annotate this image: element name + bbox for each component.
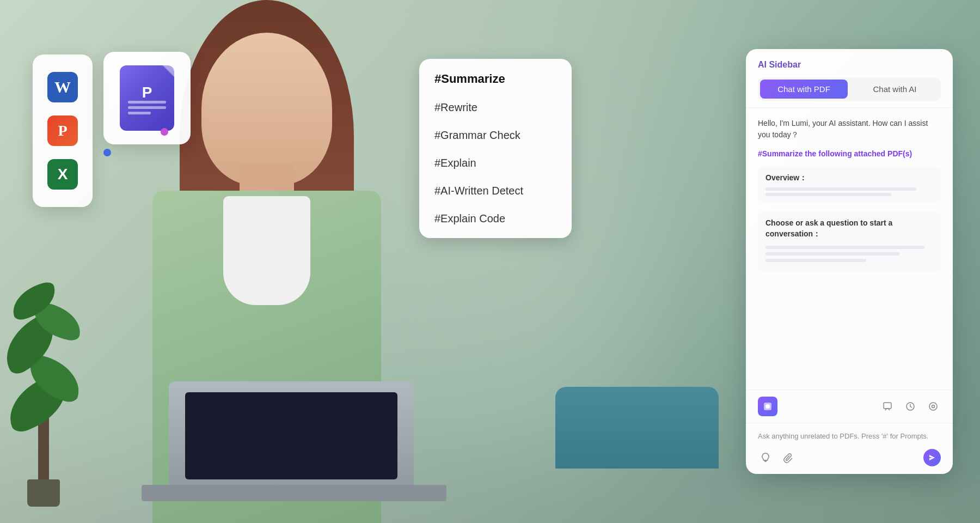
word-icon[interactable]: W	[47, 72, 78, 102]
sidebar-content: Hello, I'm Lumi, your AI assistant. How …	[746, 108, 953, 390]
svg-point-4	[929, 403, 937, 410]
greeting-message: Hello, I'm Lumi, your AI assistant. How …	[758, 118, 941, 141]
svg-point-5	[932, 405, 935, 408]
lightbulb-icon[interactable]	[758, 450, 773, 465]
choose-section: Choose or ask a question to start a conv…	[758, 211, 941, 272]
powerpoint-icon[interactable]: P	[47, 115, 78, 146]
command-explain-code[interactable]: #Explain Code	[419, 205, 572, 233]
tab-chat-pdf[interactable]: Chat with PDF	[760, 80, 848, 99]
choose-bar-2	[765, 252, 899, 256]
overview-bar-1	[765, 187, 916, 191]
connection-dot-purple	[161, 128, 168, 136]
chat-history-icon[interactable]	[880, 399, 895, 414]
command-summarize[interactable]: #Summarize	[419, 64, 572, 94]
excel-icon[interactable]: X	[47, 159, 78, 190]
overview-section: Overview：	[758, 167, 941, 203]
send-button[interactable]	[923, 449, 941, 466]
pdf-large-icon: P	[120, 65, 174, 131]
lumi-icon	[758, 397, 777, 416]
overview-bar-2	[765, 193, 891, 196]
tab-chat-ai[interactable]: Chat with AI	[851, 80, 939, 99]
choose-bar-3	[765, 259, 866, 262]
svg-rect-2	[884, 403, 891, 409]
commands-card: #Summarize #Rewrite #Grammar Check #Expl…	[419, 59, 572, 238]
input-placeholder-text: Ask anything unrelated to PDFs. Press '#…	[758, 431, 941, 442]
choose-bar-1	[765, 246, 925, 249]
ai-sidebar: AI Sidebar Chat with PDF Chat with AI He…	[746, 49, 953, 474]
choose-label: Choose or ask a question to start a conv…	[765, 218, 933, 239]
sidebar-header: AI Sidebar Chat with PDF Chat with AI	[746, 49, 953, 108]
pdfelement-card: P	[103, 52, 191, 144]
input-row	[758, 449, 941, 466]
command-explain[interactable]: #Explain	[419, 149, 572, 177]
toolbar-icons-right	[880, 399, 941, 414]
input-left-icons	[758, 450, 796, 465]
couch	[555, 387, 719, 469]
clock-icon[interactable]	[903, 399, 918, 414]
sidebar-toolbar	[746, 390, 953, 423]
input-area: Ask anything unrelated to PDFs. Press '#…	[746, 423, 953, 475]
sidebar-title: AI Sidebar	[758, 60, 941, 70]
app-icons-card: W P X	[33, 54, 93, 207]
tab-bar: Chat with PDF Chat with AI	[758, 77, 941, 101]
command-grammar-check[interactable]: #Grammar Check	[419, 121, 572, 149]
connection-dot-blue	[103, 149, 111, 156]
overview-label: Overview：	[765, 173, 933, 183]
paperclip-icon[interactable]	[781, 450, 796, 465]
settings-icon[interactable]	[926, 399, 941, 414]
command-rewrite[interactable]: #Rewrite	[419, 94, 572, 121]
svg-point-1	[765, 404, 770, 409]
command-ai-written-detect[interactable]: #AI-Written Detect	[419, 177, 572, 205]
summarize-command-text: #Summarize the following attached PDF(s)	[758, 149, 941, 158]
